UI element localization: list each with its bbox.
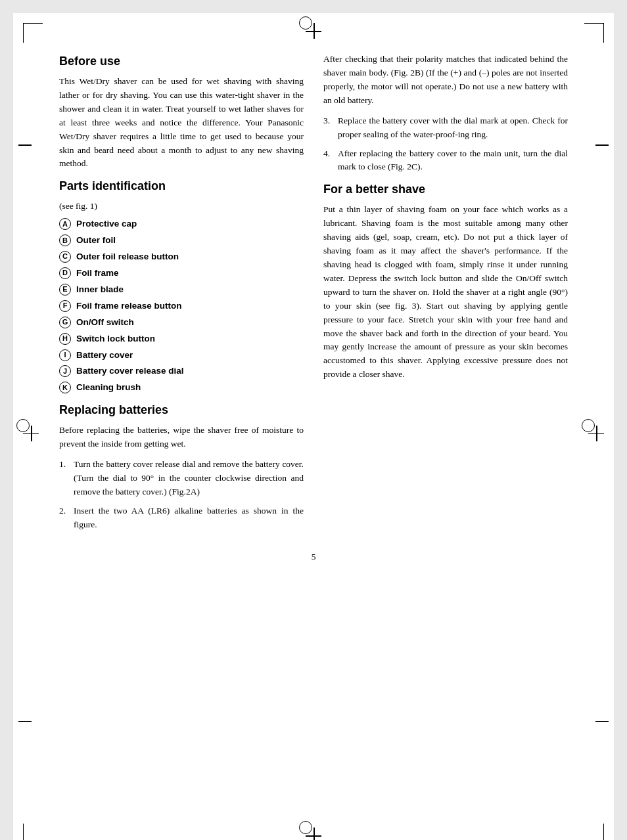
for-a-better-shave-heading: For a better shave [323, 181, 568, 199]
list-item: A Protective cap [59, 217, 304, 231]
step-text-2: Insert the two AA (LR6) alkaline batteri… [74, 504, 304, 532]
part-circle-k: K [59, 382, 71, 393]
tick-right-bottom [595, 721, 609, 722]
list-item: E Inner blade [59, 283, 304, 297]
replacing-batteries-steps-left: 1. Turn the battery cover release dial a… [59, 458, 304, 532]
part-circle-h: H [59, 333, 71, 345]
before-use-heading: Before use [59, 53, 304, 71]
step-num-1: 1. [59, 458, 71, 472]
parts-identification-heading: Parts identification [59, 177, 304, 196]
part-label-i: Battery cover [76, 349, 133, 363]
replacing-batteries-intro: Before replacing the batteries, wipe the… [59, 424, 304, 451]
list-item: I Battery cover [59, 349, 304, 363]
part-label-d: Foil frame [76, 267, 119, 280]
part-circle-a: A [59, 218, 71, 230]
list-item: F Foil frame release button [59, 299, 304, 313]
tick-right-top [595, 144, 609, 146]
list-item: H Switch lock button [59, 332, 304, 346]
list-item: 3. Replace the battery cover with the di… [323, 114, 568, 142]
part-label-f: Foil frame release button [76, 299, 182, 313]
crosshair-top [306, 23, 321, 39]
for-a-better-shave-text: Put a thin layer of shaving foam on your… [323, 203, 568, 382]
replacing-batteries-steps-right: 3. Replace the battery cover with the di… [323, 114, 568, 175]
part-circle-e: E [59, 284, 71, 296]
list-item: K Cleaning brush [59, 381, 304, 395]
left-column: Before use This Wet/Dry shaver can be us… [59, 53, 304, 539]
main-content: Before use This Wet/Dry shaver can be us… [59, 53, 568, 539]
tick-left-top [18, 144, 32, 146]
crosshair-right [588, 426, 604, 441]
part-circle-j: J [59, 365, 71, 377]
corner-mark-bottom-right [584, 824, 604, 840]
list-item: 2. Insert the two AA (LR6) alkaline batt… [59, 504, 304, 532]
step-num-3: 3. [323, 114, 335, 128]
list-item: J Battery cover release dial [59, 365, 304, 378]
step-num-4: 4. [323, 147, 335, 161]
part-circle-c: C [59, 251, 71, 263]
step-num-2: 2. [59, 504, 71, 518]
list-item: 1. Turn the battery cover release dial a… [59, 458, 304, 499]
before-use-text: This Wet/Dry shaver can be used for wet … [59, 75, 304, 171]
part-label-a: Protective cap [76, 217, 137, 231]
part-label-e: Inner blade [76, 283, 124, 297]
part-label-g: On/Off switch [76, 316, 134, 330]
part-circle-i: I [59, 349, 71, 361]
replacing-batteries-cont-text: After checking that their polarity match… [323, 53, 568, 108]
list-item: G On/Off switch [59, 316, 304, 330]
tick-left-bottom [18, 721, 32, 722]
page-number: 5 [59, 552, 568, 562]
step-text-3: Replace the battery cover with the dial … [338, 114, 568, 142]
list-item: D Foil frame [59, 267, 304, 280]
corner-mark-bottom-left [23, 824, 43, 840]
see-fig-text: (see fig. 1) [59, 200, 304, 213]
part-label-k: Cleaning brush [76, 381, 141, 395]
part-circle-d: D [59, 267, 71, 279]
page: Before use This Wet/Dry shaver can be us… [13, 13, 614, 840]
step-text-1: Turn the battery cover release dial and … [74, 458, 304, 499]
part-label-b: Outer foil [76, 234, 116, 248]
crosshair-bottom [306, 828, 321, 840]
part-label-h: Switch lock button [76, 332, 155, 346]
replacing-batteries-heading: Replacing batteries [59, 401, 304, 420]
list-item: C Outer foil release button [59, 250, 304, 264]
corner-mark-top-left [23, 23, 43, 43]
corner-mark-top-right [584, 23, 604, 43]
crosshair-left [23, 426, 39, 441]
part-circle-g: G [59, 317, 71, 328]
list-item: 4. After replacing the battery cover to … [323, 147, 568, 175]
step-text-4: After replacing the battery cover to the… [338, 147, 568, 175]
part-label-c: Outer foil release button [76, 250, 179, 264]
list-item: B Outer foil [59, 234, 304, 248]
part-circle-f: F [59, 300, 71, 312]
part-circle-b: B [59, 234, 71, 246]
right-column: After checking that their polarity match… [323, 53, 568, 539]
part-label-j: Battery cover release dial [76, 365, 184, 378]
parts-list: A Protective cap B Outer foil C Outer fo… [59, 217, 304, 395]
